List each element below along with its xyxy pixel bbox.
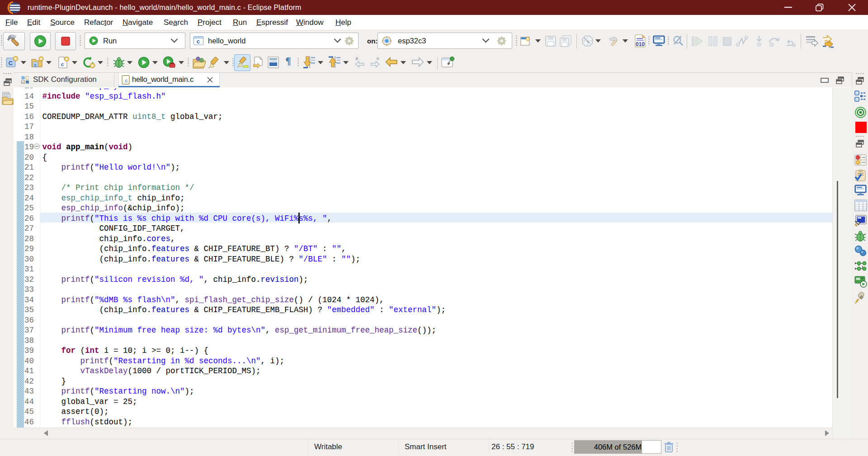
svg-text:c: c: [197, 38, 200, 45]
svg-text:C: C: [9, 60, 13, 66]
svg-text:.c: .c: [124, 78, 128, 83]
svg-text:c: c: [61, 62, 64, 67]
svg-text:c: c: [34, 62, 37, 67]
svg-text:010: 010: [636, 41, 645, 48]
